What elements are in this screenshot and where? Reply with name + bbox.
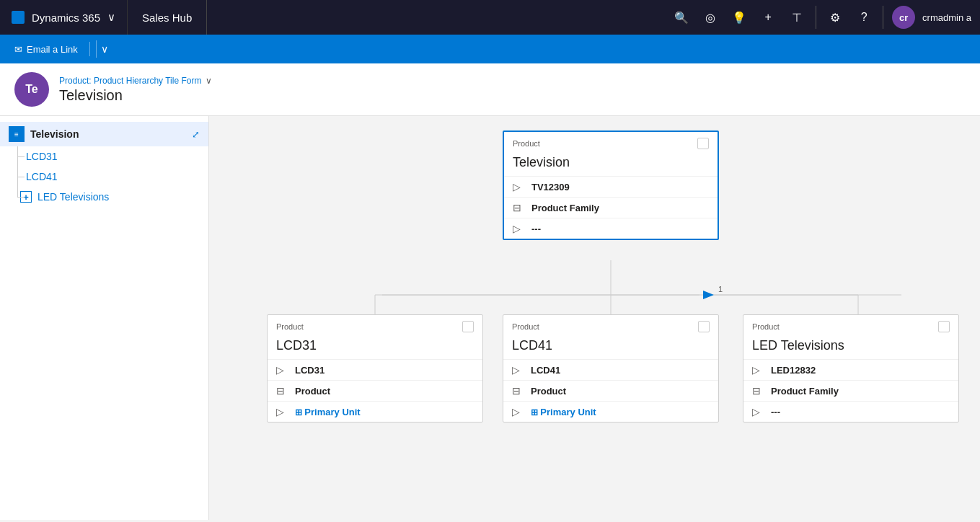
child2-id-icon: ▷ — [512, 364, 525, 376]
child2-extra-icon: ▷ — [512, 406, 525, 417]
root-card[interactable]: Product Television ▷ TV12309 ⊟ Product F… — [503, 130, 719, 240]
user-avatar[interactable]: cr — [892, 6, 915, 29]
filter-button[interactable]: ⊤ — [784, 4, 810, 30]
root-card-checkbox[interactable] — [697, 138, 709, 149]
child1-id-icon: ▷ — [276, 364, 289, 376]
brand-icon — [12, 11, 25, 24]
child1-extra-icon: ▷ — [276, 406, 289, 417]
secondary-navigation: ✉ Email a Link ∨ — [0, 35, 980, 63]
child-card-1-extra-row[interactable]: ▷ ⊞ Primary Unit — [268, 401, 482, 422]
child-card-3-id: LED12832 — [771, 365, 816, 376]
content-area: ≡ Television ⤢ LCD31 LCD41 + — [0, 116, 980, 520]
child-card-3-extra-row: ▷ --- — [743, 401, 958, 422]
brand-area[interactable]: Dynamics 365 ∨ — [0, 0, 128, 35]
email-link-button[interactable]: ✉ Email a Link — [9, 41, 84, 58]
child-card-2-title: LCD41 — [503, 335, 718, 359]
sidebar-expand-icon: ⤢ — [192, 129, 200, 140]
sidebar-item-lcd31[interactable]: LCD31 — [0, 146, 208, 167]
svg-marker-6 — [703, 291, 714, 299]
child-card-1-id-row: ▷ LCD31 — [268, 359, 482, 380]
child-card-3-extra: --- — [771, 407, 780, 417]
help-button[interactable]: ? — [851, 4, 877, 30]
nav-icons: 🔍 ◎ 💡 + ⊤ ⚙ ? cr crmadmin a — [668, 4, 980, 30]
sidebar-item-television[interactable]: ≡ Television ⤢ — [0, 122, 208, 146]
diagram-area[interactable]: 1 Product Television ▷ TV12309 ⊟ Product… — [209, 116, 980, 520]
child-card-2-type: Product — [531, 386, 566, 397]
child-card-2-checkbox[interactable] — [698, 321, 710, 332]
nav-divider-2 — [883, 6, 883, 29]
child-card-1-extra: ⊞ Primary Unit — [295, 407, 361, 417]
child-card-2-extra-row[interactable]: ▷ ⊞ Primary Unit — [503, 401, 718, 422]
page-title: Television — [59, 87, 212, 104]
root-card-extra-row: ▷ --- — [504, 218, 718, 239]
sidebar-item-led-televisions[interactable]: + LED Televisions — [0, 187, 208, 207]
child-card-3-id-row: ▷ LED12832 — [743, 359, 958, 380]
user-name: crmadmin a — [922, 12, 971, 23]
plus-button[interactable]: + — [755, 4, 781, 30]
settings-button[interactable]: ⚙ — [822, 4, 848, 30]
top-navigation: Dynamics 365 ∨ Sales Hub 🔍 ◎ 💡 + ⊤ ⚙ ? c… — [0, 0, 980, 35]
brand-chevron: ∨ — [107, 11, 115, 24]
child-card-1-checkbox[interactable] — [462, 321, 474, 332]
sidebar-root-label: Television — [30, 128, 192, 140]
child2-type-icon: ⊟ — [512, 385, 525, 397]
child-card-1-type: Product — [295, 386, 330, 397]
sidebar-child-label-lcd31: LCD31 — [26, 151, 58, 162]
child-card-lcd41[interactable]: Product LCD41 ▷ LCD41 ⊟ Product ▷ ⊞ Prim… — [503, 314, 719, 423]
child-card-led-televisions[interactable]: Product LED Televisions ▷ LED12832 ⊟ Pro… — [743, 314, 959, 423]
header-title-area: Product: Product Hierarchy Tile Form ∨ T… — [59, 76, 212, 104]
breadcrumb[interactable]: Product: Product Hierarchy Tile Form ∨ — [59, 76, 212, 86]
child-card-3-header: Product — [743, 315, 958, 335]
child-card-3-type-row: ⊟ Product Family — [743, 380, 958, 401]
root-card-title: Television — [504, 152, 718, 176]
child3-extra-icon: ▷ — [752, 406, 765, 417]
child3-id-icon: ▷ — [752, 364, 765, 376]
sidebar-child-label-led: LED Televisions — [37, 191, 109, 203]
primary-unit-icon-1: ⊞ — [295, 407, 304, 417]
nav-divider — [816, 6, 816, 29]
child-card-2-type-row: ⊟ Product — [503, 380, 718, 401]
breadcrumb-text: Product: Product Hierarchy Tile Form — [59, 76, 201, 86]
root-card-extra-value: --- — [531, 224, 541, 234]
app-name: Sales Hub — [128, 0, 207, 35]
brand-label: Dynamics 365 — [32, 12, 100, 24]
child-card-1-id: LCD31 — [295, 365, 325, 376]
search-button[interactable]: 🔍 — [668, 4, 694, 30]
child-card-3-title: LED Televisions — [743, 335, 958, 359]
child-card-1-header: Product — [268, 315, 482, 335]
child-card-2-id-row: ▷ LCD41 — [503, 359, 718, 380]
child-card-1-type-row: ⊟ Product — [268, 380, 482, 401]
main-header: Te Product: Product Hierarchy Tile Form … — [0, 63, 980, 116]
email-link-dropdown[interactable]: ∨ — [96, 40, 112, 58]
tree-container: ≡ Television ⤢ LCD31 LCD41 + — [0, 116, 208, 213]
sidebar: ≡ Television ⤢ LCD31 LCD41 + — [0, 116, 209, 520]
nav-separator — [89, 42, 90, 56]
child-card-2-header: Product — [503, 315, 718, 335]
child-card-2-extra: ⊞ Primary Unit — [531, 407, 596, 417]
diagram-canvas: 1 Product Television ▷ TV12309 ⊟ Product… — [209, 116, 980, 520]
extra-icon: ▷ — [513, 223, 526, 234]
lightbulb-button[interactable]: 💡 — [726, 4, 752, 30]
record-avatar: Te — [14, 72, 49, 107]
breadcrumb-chevron-icon: ∨ — [206, 76, 212, 86]
sidebar-child-label-lcd41: LCD41 — [26, 171, 58, 182]
type-icon: ⊟ — [513, 202, 526, 213]
child-card-3-type: Product Family — [771, 386, 839, 397]
primary-unit-icon-2: ⊞ — [531, 407, 540, 417]
child-card-1-label: Product — [276, 322, 304, 331]
child-card-3-label: Product — [752, 322, 780, 331]
child-card-3-checkbox[interactable] — [938, 321, 950, 332]
root-card-type-value: Product Family — [531, 203, 599, 213]
root-card-header: Product — [504, 132, 718, 152]
child-card-lcd31[interactable]: Product LCD31 ▷ LCD31 ⊟ Product ▷ ⊞ Prim… — [267, 314, 483, 423]
child-card-1-title: LCD31 — [268, 335, 482, 359]
sidebar-item-lcd41[interactable]: LCD41 — [0, 167, 208, 187]
tree-children: LCD31 LCD41 + LED Televisions — [0, 146, 208, 207]
id-icon: ▷ — [513, 181, 526, 193]
child3-type-icon: ⊟ — [752, 385, 765, 397]
svg-text:1: 1 — [718, 285, 723, 293]
root-card-label: Product — [513, 139, 540, 148]
root-card-type-row: ⊟ Product Family — [504, 197, 718, 218]
email-link-label: Email a Link — [27, 44, 78, 55]
target-button[interactable]: ◎ — [697, 4, 723, 30]
